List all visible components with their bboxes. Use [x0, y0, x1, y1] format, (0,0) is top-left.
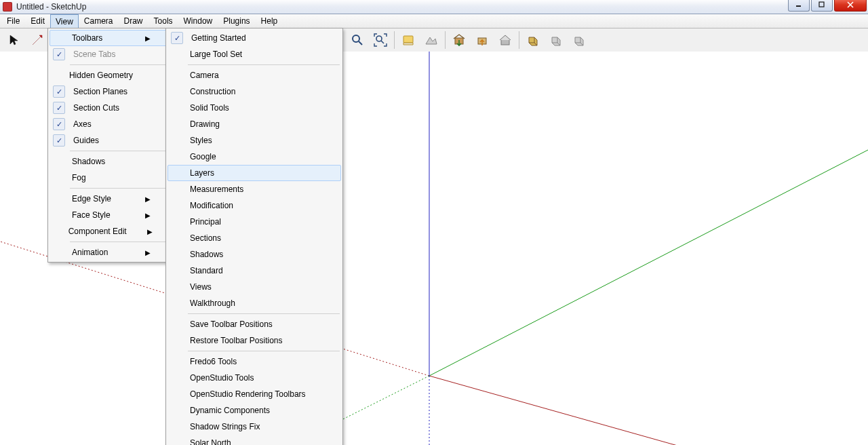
menu-item-label: Drawing	[184, 119, 327, 129]
toolbars-menu-item[interactable]: Measurements	[167, 181, 341, 197]
warehouse-share-tool[interactable]	[471, 29, 493, 51]
toolbars-menu-item[interactable]: Shadow Strings Fix	[167, 419, 341, 435]
menu-tools[interactable]: Tools	[149, 14, 178, 28]
warehouse-get-tool[interactable]	[448, 29, 470, 51]
toolbars-menu-item[interactable]: OpenStudio Tools	[167, 370, 341, 386]
check-icon	[168, 247, 184, 262]
check-icon	[168, 47, 184, 62]
toolbars-menu-item[interactable]: Solid Tools	[167, 100, 341, 116]
toolbars-menu-item[interactable]: Fredo6 Tools	[167, 353, 341, 370]
svg-line-7	[381, 41, 384, 43]
toolbar-separator-2	[445, 31, 446, 49]
menu-item-label: Axes	[68, 119, 153, 129]
toggle-terrain-tool[interactable]	[420, 29, 442, 51]
check-icon	[168, 333, 184, 348]
menu-edit[interactable]: Edit	[25, 14, 50, 28]
view-menu-item[interactable]: ✓Axes	[50, 116, 167, 132]
menu-item-label: Getting Started	[186, 33, 327, 43]
toolbar-separator-3	[519, 31, 519, 49]
toolbars-menu-item[interactable]: Dynamic Components	[167, 402, 341, 419]
menu-view[interactable]: View	[50, 14, 79, 28]
view-menu-item[interactable]: Component Edit▶	[50, 223, 167, 239]
menu-item-label: Component Edit	[63, 227, 147, 236]
toolbars-menu-item[interactable]: Walkthrough	[167, 295, 341, 311]
check-icon: ✓	[53, 134, 65, 147]
toolbars-menu-item[interactable]: Solar North	[167, 435, 341, 445]
view-menu-item[interactable]: Face Style▶	[50, 207, 167, 223]
check-icon	[50, 68, 64, 83]
menu-item-label: Section Cuts	[68, 103, 153, 113]
menu-item-label: Shadows	[66, 157, 153, 166]
toolbars-menu-separator	[188, 351, 340, 351]
line-tool[interactable]	[26, 29, 48, 51]
toolbars-menu-item[interactable]: Restore Toolbar Positions	[167, 332, 341, 349]
check-icon: ✓	[53, 102, 65, 114]
menu-item-label: Edge Style	[66, 194, 145, 204]
toolbars-menu-item[interactable]: Drawing	[167, 116, 341, 132]
menu-item-label: Fredo6 Tools	[184, 357, 327, 366]
check-icon	[168, 166, 184, 180]
check-icon	[168, 149, 184, 164]
view-menu-item[interactable]: ✓Section Cuts	[50, 100, 167, 116]
check-icon	[168, 100, 184, 115]
toolbars-menu-item[interactable]: Construction	[167, 83, 341, 100]
zoom-tool[interactable]	[347, 29, 368, 51]
box-tool-3[interactable]	[568, 29, 590, 51]
close-button[interactable]	[834, 0, 867, 12]
menu-draw[interactable]: Draw	[119, 14, 149, 28]
menu-plugins[interactable]: Plugins	[218, 14, 255, 28]
view-menu-item[interactable]: Edge Style▶	[50, 191, 167, 207]
menu-item-label: Solid Tools	[184, 103, 327, 113]
geolocation-tool[interactable]	[397, 29, 419, 51]
check-icon	[168, 296, 184, 311]
view-menu-item[interactable]: ✓Section Planes	[50, 83, 167, 100]
menu-item-label: Save Toolbar Positions	[184, 320, 327, 329]
menu-camera[interactable]: Camera	[79, 14, 119, 28]
select-tool[interactable]	[3, 29, 25, 51]
box-tool-2[interactable]	[545, 29, 567, 51]
toolbars-menu-item[interactable]: Layers	[167, 165, 341, 181]
view-menu-item[interactable]: Shadows	[50, 153, 167, 170]
toolbars-menu-item[interactable]: ✓Getting Started	[167, 30, 341, 46]
menu-item-label: Dynamic Components	[184, 406, 327, 415]
svg-line-5	[359, 41, 362, 45]
menu-window[interactable]: Window	[178, 14, 218, 28]
menu-item-label: Section Planes	[68, 87, 153, 96]
menu-item-label: Scene Tabs	[68, 50, 153, 59]
warehouse-house-tool[interactable]	[494, 29, 516, 51]
toolbars-menu-item[interactable]: Large Tool Set	[167, 46, 341, 62]
menu-item-label: Layers	[184, 168, 327, 178]
axis-red-pos	[429, 376, 868, 445]
menu-item-label: Views	[184, 282, 327, 292]
menu-item-label: Face Style	[66, 210, 145, 220]
window-title: Untitled - SketchUp	[16, 2, 86, 12]
toolbars-menu-item[interactable]: Camera	[167, 67, 341, 83]
toolbars-menu-item[interactable]: Standard	[167, 263, 341, 279]
view-menu-item[interactable]: Fog	[50, 170, 167, 186]
view-menu-item[interactable]: Toolbars▶	[50, 30, 167, 46]
view-menu-item[interactable]: Animation▶	[50, 244, 167, 260]
zoom-extents-tool[interactable]	[370, 29, 391, 51]
toolbars-menu-item[interactable]: Sections	[167, 230, 341, 246]
check-icon	[50, 154, 66, 169]
menu-item-label: Guides	[68, 136, 153, 145]
maximize-button[interactable]	[811, 0, 833, 12]
toolbars-menu-item[interactable]: Views	[167, 279, 341, 295]
view-menu-item[interactable]: ✓Guides	[50, 132, 167, 149]
toolbars-menu-item[interactable]: Save Toolbar Positions	[167, 316, 341, 332]
menu-item-label: Shadows	[184, 250, 327, 259]
menu-help[interactable]: Help	[256, 14, 283, 28]
toolbars-menu-item[interactable]: Modification	[167, 197, 341, 214]
check-icon: ✓	[171, 32, 183, 44]
check-icon: ✓	[53, 118, 65, 130]
minimize-button[interactable]	[788, 0, 810, 12]
view-menu-item[interactable]: Hidden Geometry	[50, 67, 167, 83]
menu-file[interactable]: File	[1, 14, 25, 28]
toolbars-menu-item[interactable]: Principal	[167, 214, 341, 230]
toolbars-menu-item[interactable]: Styles	[167, 132, 341, 149]
toolbars-menu-item[interactable]: Shadows	[167, 246, 341, 263]
toolbars-menu-item[interactable]: OpenStudio Rendering Toolbars	[167, 386, 341, 402]
box-tool-1[interactable]	[522, 29, 544, 51]
toolbars-menu-item[interactable]: Google	[167, 149, 341, 165]
submenu-arrow-icon: ▶	[145, 195, 153, 203]
